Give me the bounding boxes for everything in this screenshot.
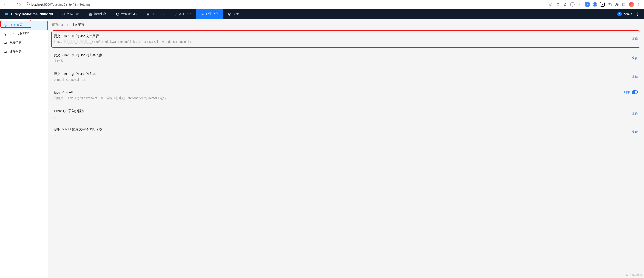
brand[interactable]: Dinky Real-time Platform bbox=[0, 12, 57, 16]
gear-icon bbox=[201, 12, 204, 16]
user-avatar-icon bbox=[618, 12, 622, 16]
address-bar[interactable]: i localhost:8000/#/settingCenter/flinkSe… bbox=[24, 2, 546, 6]
svg-point-11 bbox=[117, 13, 119, 14]
svg-rect-15 bbox=[148, 14, 149, 15]
toggle-label: 启用 bbox=[624, 90, 630, 94]
extensions-puzzle-icon[interactable] bbox=[615, 2, 619, 6]
svg-rect-10 bbox=[89, 14, 92, 15]
address-text: localhost:8000/#/settingCenter/flinkSett… bbox=[31, 3, 90, 6]
forward-icon[interactable] bbox=[10, 2, 14, 6]
topnav-label: 认证中心 bbox=[178, 12, 191, 16]
setting-row: 提交 FlinkSQL 的 Jar 的主类入参未设置编辑 bbox=[52, 49, 640, 68]
setting-row: 提交 FlinkSQL 的 Jar 的主类com.dlink.app.MainA… bbox=[52, 68, 640, 86]
breadcrumb-separator: / bbox=[67, 23, 68, 26]
setting-main: 获取 Job ID 的最大等待时间（秒）30 bbox=[54, 127, 629, 137]
svg-point-6 bbox=[639, 5, 639, 6]
sidebar-item-label: 系统信息 bbox=[9, 41, 22, 45]
user-menu[interactable]: admin bbox=[618, 12, 632, 16]
extension-icon[interactable]: </> bbox=[593, 2, 597, 7]
topnav-label: 运维中心 bbox=[94, 12, 106, 16]
setting-main: 使用 Rest API启用后，Flink 任务的 savepoint、停止等操作… bbox=[54, 90, 621, 100]
sidebar-item[interactable]: 系统信息 bbox=[0, 38, 48, 47]
grid-icon bbox=[146, 12, 150, 16]
svg-point-16 bbox=[202, 14, 203, 14]
svg-point-21 bbox=[5, 33, 6, 34]
language-icon[interactable] bbox=[636, 12, 640, 16]
google-translate-icon[interactable]: G bbox=[585, 2, 590, 7]
svg-rect-9 bbox=[91, 13, 92, 14]
breadcrumb-root[interactable]: 配置中心 bbox=[52, 23, 64, 26]
sidebar-item[interactable]: Flink 配置 bbox=[0, 21, 48, 29]
edit-link[interactable]: 编辑 bbox=[632, 56, 638, 60]
sidebar-item-label: UDF 模板配置 bbox=[9, 32, 29, 36]
setting-row: 使用 Rest API启用后，Flink 任务的 savepoint、停止等操作… bbox=[52, 86, 640, 105]
info-icon bbox=[228, 12, 231, 16]
extension-icon[interactable]: X bbox=[578, 2, 582, 7]
dashboard-icon bbox=[89, 12, 92, 16]
topnav-item[interactable]: 运维中心 bbox=[84, 9, 111, 19]
browser-nav bbox=[2, 2, 21, 6]
topnav-item[interactable]: 认证中心 bbox=[168, 9, 196, 19]
sidebar-item[interactable]: UDF 模板配置 bbox=[0, 29, 48, 38]
svg-rect-14 bbox=[147, 14, 148, 15]
notion-icon[interactable]: N bbox=[600, 2, 605, 7]
setting-value: 30 bbox=[54, 133, 629, 137]
sidebar: Flink 配置UDF 模板配置系统信息进程列表 bbox=[0, 19, 48, 278]
setting-value: 未设置 bbox=[54, 59, 629, 63]
breadcrumb-current: Flink 配置 bbox=[71, 23, 84, 26]
database-icon bbox=[116, 12, 119, 16]
topnav-item[interactable]: 注册中心 bbox=[142, 9, 168, 19]
setting-value: ; bbox=[54, 115, 629, 119]
setting-title: 获取 Job ID 的最大等待时间（秒） bbox=[54, 127, 629, 132]
kebab-menu-icon[interactable] bbox=[637, 2, 641, 6]
key-icon[interactable] bbox=[549, 2, 553, 6]
site-info-icon[interactable]: i bbox=[26, 2, 30, 6]
monitor-icon bbox=[4, 50, 7, 53]
gear-icon bbox=[4, 32, 7, 36]
setting-value: hdfs://1░ ░░░░░ ░░░░░░/user/root/dinky/e… bbox=[54, 40, 629, 43]
profile-avatar[interactable] bbox=[629, 2, 634, 7]
browser-chrome: i localhost:8000/#/settingCenter/flinkSe… bbox=[0, 0, 644, 9]
setting-row: 提交 FlinkSQL 的 Jar 文件路径hdfs://1░ ░░░░░ ░░… bbox=[51, 30, 640, 48]
edit-link[interactable]: 编辑 bbox=[632, 112, 638, 116]
code-icon bbox=[62, 12, 65, 16]
sidebar-item[interactable]: 进程列表 bbox=[0, 47, 48, 56]
topnav-item[interactable]: 数据开发 bbox=[57, 9, 84, 19]
topnav-label: 元数据中心 bbox=[121, 12, 136, 16]
extension-icon[interactable] bbox=[570, 2, 574, 7]
setting-title: 使用 Rest API bbox=[54, 90, 621, 94]
watermark: CSDN @杨林伟 bbox=[624, 273, 642, 277]
toggle-group: 启用 bbox=[624, 90, 638, 94]
user-name: admin bbox=[624, 12, 632, 16]
topnav-item[interactable]: 元数据中心 bbox=[111, 9, 142, 19]
main-content: 配置中心 / Flink 配置 提交 FlinkSQL 的 Jar 文件路径hd… bbox=[48, 19, 644, 278]
reload-icon[interactable] bbox=[17, 2, 21, 6]
topnav-item[interactable]: 关于 bbox=[223, 9, 244, 19]
share-icon[interactable] bbox=[556, 2, 560, 6]
svg-point-4 bbox=[639, 3, 639, 4]
svg-rect-13 bbox=[148, 13, 149, 14]
sidepanel-icon[interactable] bbox=[622, 2, 626, 6]
toggle-switch[interactable] bbox=[632, 90, 638, 94]
edit-link[interactable]: 编辑 bbox=[632, 75, 638, 79]
star-icon[interactable] bbox=[563, 2, 567, 6]
brand-logo-icon bbox=[4, 12, 9, 16]
setting-value: com.dlink.app.MainApp bbox=[54, 78, 629, 81]
back-icon[interactable] bbox=[3, 2, 7, 6]
edit-link[interactable]: 编辑 bbox=[632, 37, 638, 41]
svg-point-5 bbox=[639, 4, 639, 5]
setting-title: 提交 FlinkSQL 的 Jar 的主类入参 bbox=[54, 53, 629, 57]
setting-row: 获取 Job ID 的最大等待时间（秒）30编辑 bbox=[52, 123, 640, 142]
setting-title: 提交 FlinkSQL 的 Jar 文件路径 bbox=[54, 34, 629, 38]
setting-title: 提交 FlinkSQL 的 Jar 的主类 bbox=[54, 72, 629, 76]
edit-link[interactable]: 编辑 bbox=[632, 130, 638, 134]
sidebar-item-label: Flink 配置 bbox=[9, 23, 23, 27]
breadcrumb: 配置中心 / Flink 配置 bbox=[52, 23, 640, 27]
settings-list: 提交 FlinkSQL 的 Jar 文件路径hdfs://1░ ░░░░░ ░░… bbox=[52, 30, 640, 142]
setting-value: 启用后，Flink 任务的 savepoint、停止等操作将通过 JobMana… bbox=[54, 96, 621, 100]
setting-main: 提交 FlinkSQL 的 Jar 的主类入参未设置 bbox=[54, 53, 629, 63]
topnav-label: 配置中心 bbox=[206, 12, 218, 16]
camera-icon[interactable] bbox=[608, 2, 612, 6]
monitor-icon bbox=[4, 41, 7, 45]
topnav-item[interactable]: 配置中心 bbox=[196, 9, 223, 19]
